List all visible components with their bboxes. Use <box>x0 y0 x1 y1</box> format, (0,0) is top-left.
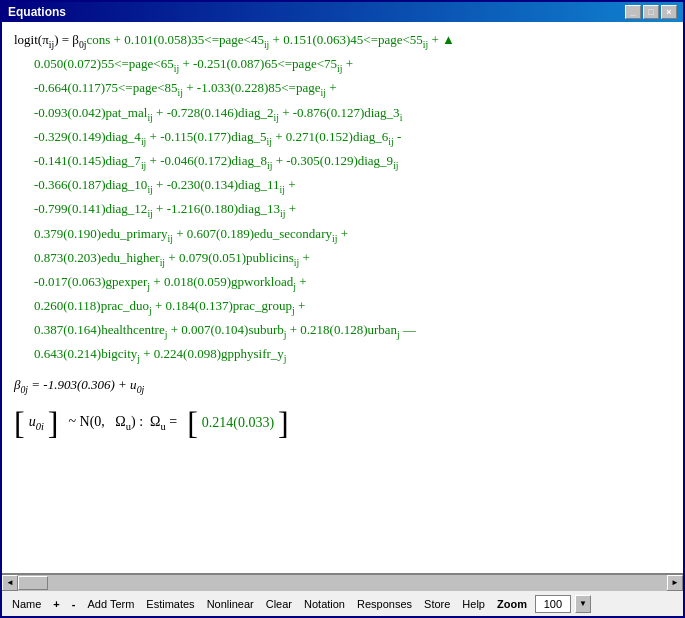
equation-line-4: -0.093(0.042)pat_malij + -0.728(0.146)di… <box>14 103 671 125</box>
equation-line-8: -0.799(0.141)diag_12ij + -1.216(0.180)di… <box>14 199 671 221</box>
equation-line-2: 0.050(0.072)55<=page<65ij + -0.251(0.087… <box>14 54 671 76</box>
window-title: Equations <box>8 5 66 19</box>
equation-line-6: -0.141(0.145)diag_7ij + -0.046(0.172)dia… <box>14 151 671 173</box>
help-button[interactable]: Help <box>458 597 489 611</box>
add-term-button[interactable]: Add Term <box>83 597 138 611</box>
scroll-right-button[interactable]: ► <box>667 575 683 591</box>
zoom-dropdown-button[interactable]: ▼ <box>575 595 591 613</box>
toolbar: Name + - Add Term Estimates Nonlinear Cl… <box>2 590 683 616</box>
nonlinear-button[interactable]: Nonlinear <box>203 597 258 611</box>
title-bar-buttons: _ □ × <box>625 5 677 19</box>
minimize-button[interactable]: _ <box>625 5 641 19</box>
distribution-line: [ u0i ] ~ N(0, Ωu) : Ωu = [ 0.214(0.033)… <box>14 407 671 439</box>
notation-button[interactable]: Notation <box>300 597 349 611</box>
equations-window: Equations _ □ × logit(πij) = β0j cons + … <box>0 0 685 618</box>
equation-line-1: logit(πij) = β0j cons + 0.101(0.058)35<=… <box>14 30 671 52</box>
lhs-text: logit(πij) = β0j <box>14 30 87 52</box>
equation-line-5: -0.329(0.149)diag_4ij + -0.115(0.177)dia… <box>14 127 671 149</box>
bracket-close-omega: ] <box>278 407 289 439</box>
eq-term-1: cons + 0.101(0.058)35<=page<45ij + 0.151… <box>87 30 455 52</box>
dist-tilde: ~ N(0, Ωu) : Ωu = <box>68 411 177 436</box>
scrollbar-thumb[interactable] <box>18 576 48 590</box>
plus-button[interactable]: + <box>49 597 63 611</box>
equation-line-13: 0.387(0.164)healthcentrej + 0.007(0.104)… <box>14 320 671 342</box>
equation-line-10: 0.873(0.203)edu_higherij + 0.079(0.051)p… <box>14 248 671 270</box>
clear-button[interactable]: Clear <box>262 597 296 611</box>
horizontal-scrollbar[interactable]: ◄ ► <box>2 574 683 590</box>
responses-button[interactable]: Responses <box>353 597 416 611</box>
close-button[interactable]: × <box>661 5 677 19</box>
store-button[interactable]: Store <box>420 597 454 611</box>
omega-value: 0.214(0.033) <box>202 412 274 434</box>
name-button[interactable]: Name <box>8 597 45 611</box>
equation-line-7: -0.366(0.187)diag_10ij + -0.230(0.134)di… <box>14 175 671 197</box>
minus-button[interactable]: - <box>68 597 80 611</box>
bracket-open-omega: [ <box>187 407 198 439</box>
scroll-left-button[interactable]: ◄ <box>2 575 18 591</box>
zoom-input[interactable] <box>535 595 571 613</box>
equation-line-14: 0.643(0.214)bigcityj + 0.224(0.098)gpphy… <box>14 344 671 366</box>
bracket-open-large: [ <box>14 407 25 439</box>
maximize-button[interactable]: □ <box>643 5 659 19</box>
equation-display: logit(πij) = β0j cons + 0.101(0.058)35<=… <box>14 30 671 439</box>
equation-line-9: 0.379(0.190)edu_primaryij + 0.607(0.189)… <box>14 224 671 246</box>
equation-line-11: -0.017(0.063)gpexperj + 0.018(0.059)gpwo… <box>14 272 671 294</box>
equation-line-12: 0.260(0.118)prac_duoj + 0.184(0.137)prac… <box>14 296 671 318</box>
zoom-label: Zoom <box>493 597 531 611</box>
scrollbar-track[interactable] <box>18 575 667 591</box>
bracket-close-large: ] <box>48 407 59 439</box>
beta0j-line: β0j = -1.903(0.306) + u0j <box>14 375 671 397</box>
estimates-button[interactable]: Estimates <box>142 597 198 611</box>
equation-line-3: -0.664(0.117)75<=page<85ij + -1.033(0.22… <box>14 78 671 100</box>
content-area: logit(πij) = β0j cons + 0.101(0.058)35<=… <box>2 22 683 574</box>
u0i-text: u0i <box>29 411 44 436</box>
title-bar: Equations _ □ × <box>2 2 683 22</box>
